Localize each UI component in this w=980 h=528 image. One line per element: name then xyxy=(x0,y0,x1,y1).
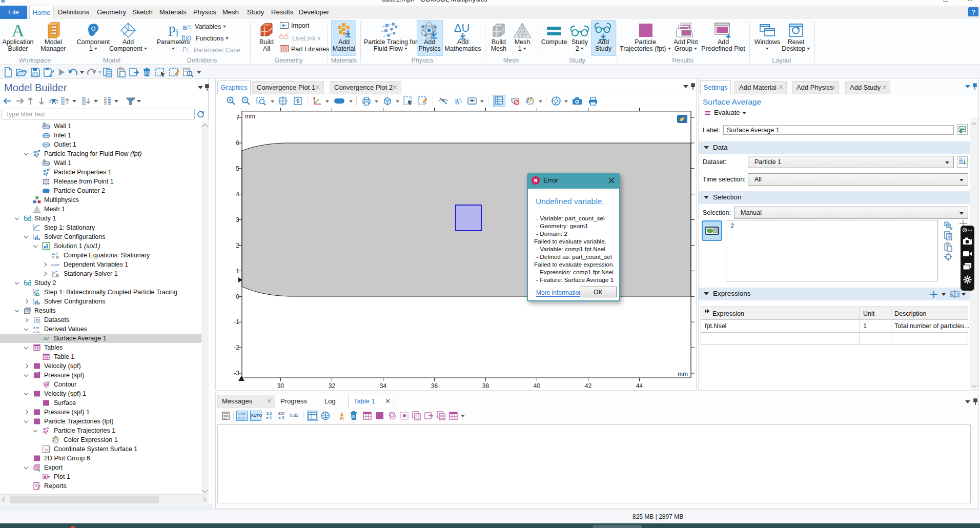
svg-text:38: 38 xyxy=(482,382,489,390)
svg-text:5: 5 xyxy=(236,165,239,172)
svg-text:8.85: 8.85 xyxy=(33,327,39,330)
svg-text:44: 44 xyxy=(636,382,643,390)
svg-text:-2: -2 xyxy=(234,344,239,351)
svg-text:-3: -3 xyxy=(234,370,239,377)
svg-text:40: 40 xyxy=(534,382,541,390)
svg-text:6: 6 xyxy=(236,139,239,147)
svg-text:AV: AV xyxy=(44,336,49,341)
svg-text:2: 2 xyxy=(236,242,239,249)
svg-text:36: 36 xyxy=(431,382,438,390)
svg-text:A: A xyxy=(12,22,25,40)
svg-text:mm: mm xyxy=(678,371,688,378)
svg-text:mm: mm xyxy=(245,113,255,120)
svg-text:1: 1 xyxy=(236,268,239,275)
svg-text:¼: ¼ xyxy=(45,448,48,452)
svg-text:4: 4 xyxy=(236,191,239,198)
svg-text:34: 34 xyxy=(380,382,387,390)
svg-text:30: 30 xyxy=(277,382,284,390)
svg-text:e-12: e-12 xyxy=(33,330,40,333)
svg-text:7: 7 xyxy=(236,114,239,121)
svg-text:3: 3 xyxy=(236,216,239,224)
svg-text:-1: -1 xyxy=(234,318,239,326)
svg-text:u,v,w: u,v,w xyxy=(51,263,59,267)
svg-text:Pi: Pi xyxy=(168,24,179,39)
svg-text:ΔU: ΔU xyxy=(454,22,470,34)
svg-text:32: 32 xyxy=(329,382,336,390)
svg-text:42: 42 xyxy=(585,382,592,390)
svg-text:Ω: Ω xyxy=(91,26,96,33)
svg-text:at: at xyxy=(52,255,55,259)
svg-text:0: 0 xyxy=(236,293,239,300)
